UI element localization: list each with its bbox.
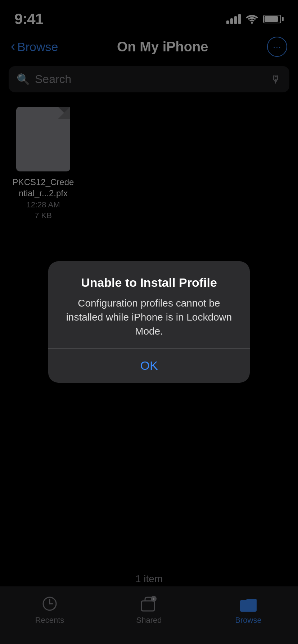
alert-ok-button[interactable]: OK <box>48 349 250 383</box>
alert-overlay: Unable to Install Profile Configuration … <box>0 0 298 644</box>
alert-message: Configuration profiles cannot be install… <box>61 296 237 339</box>
alert-title: Unable to Install Profile <box>61 276 237 290</box>
alert-content: Unable to Install Profile Configuration … <box>48 261 250 349</box>
alert-dialog: Unable to Install Profile Configuration … <box>48 261 250 383</box>
